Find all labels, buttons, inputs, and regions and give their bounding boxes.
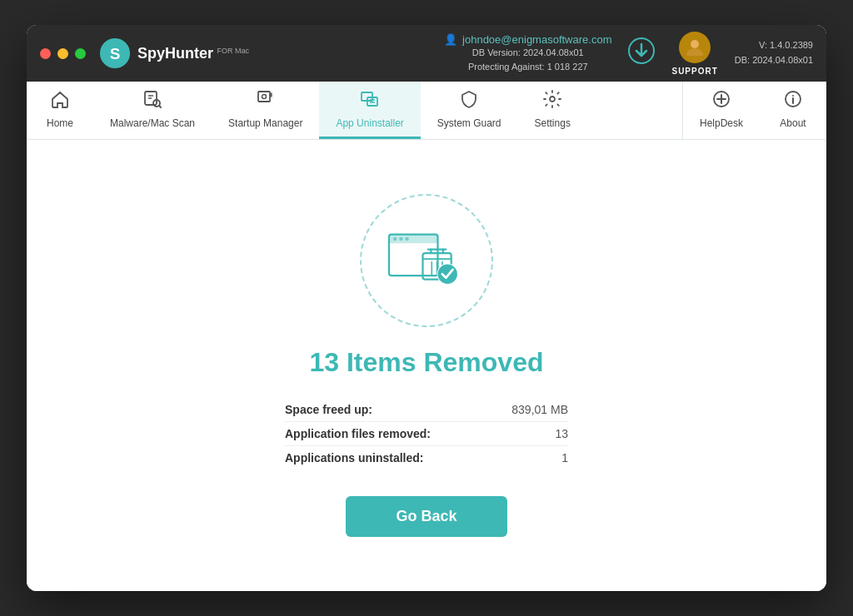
minimize-button[interactable] (57, 48, 68, 59)
nav-home-label: Home (47, 117, 73, 129)
nav-about[interactable]: About (760, 82, 826, 139)
svg-rect-9 (258, 92, 270, 102)
stat-row-apps: Applications uninstalled: 1 (285, 446, 568, 469)
header-right: SUPPORT V: 1.4.0.2389 DB: 2024.04.08x01 (628, 32, 813, 76)
svg-point-11 (271, 94, 272, 96)
main-content: 13 Items Removed Space freed up: 839,01 … (27, 140, 826, 591)
stat-row-files: Application files removed: 13 (285, 422, 568, 446)
stat-value-space: 839,01 MB (511, 403, 568, 416)
user-email: 👤 johndoe@enigmasoftware.com (444, 33, 611, 46)
home-icon (50, 89, 70, 114)
nav-spacer (587, 82, 682, 139)
nav-malware-label: Malware/Mac Scan (110, 117, 195, 129)
svg-point-22 (792, 95, 794, 97)
titlebar: S SpyHunter FOR Mac 👤 johndoe@enigmasoft… (27, 25, 826, 82)
nav-home[interactable]: Home (27, 82, 93, 139)
logo-icon: S (99, 37, 131, 69)
items-removed-title: 13 Items Removed (309, 347, 543, 378)
svg-point-10 (262, 95, 266, 99)
nav-startup-label: Startup Manager (228, 117, 302, 129)
support-button[interactable]: SUPPORT (671, 32, 717, 76)
support-icon (679, 32, 711, 63)
version-info: V: 1.4.0.2389 DB: 2024.04.08x01 (735, 38, 813, 67)
nav-settings-label: Settings (535, 117, 571, 129)
stat-label-files: Application files removed: (285, 427, 431, 440)
svg-point-37 (438, 265, 457, 284)
nav-app-uninstaller-label: App Uninstaller (336, 117, 403, 129)
nav-helpdesk-label: HelpDesk (700, 117, 743, 129)
svg-text:S: S (110, 45, 121, 62)
nav-about-label: About (780, 117, 806, 129)
nav-startup-manager[interactable]: Startup Manager (212, 82, 319, 139)
svg-point-27 (405, 237, 409, 241)
nav-malware-scan[interactable]: Malware/Mac Scan (93, 82, 212, 139)
svg-point-26 (399, 237, 403, 241)
user-icon: 👤 (444, 33, 457, 46)
stat-value-files: 13 (555, 427, 568, 440)
helpdesk-icon (711, 89, 731, 114)
close-button[interactable] (40, 48, 51, 59)
svg-line-6 (159, 106, 161, 107)
stats-table: Space freed up: 839,01 MB Application fi… (285, 398, 568, 469)
svg-point-25 (393, 237, 397, 241)
db-info: DB Version: 2024.04.08x01 Protecting Aga… (468, 46, 588, 73)
logo-text: SpyHunter FOR Mac (137, 45, 249, 62)
nav-app-uninstaller[interactable]: App Uninstaller (319, 82, 420, 139)
nav-system-guard[interactable]: System Guard (421, 82, 518, 139)
download-button[interactable] (628, 37, 655, 70)
malware-scan-icon (142, 89, 162, 114)
result-icon-container (360, 194, 493, 327)
nav-right: HelpDesk About (682, 82, 826, 139)
logo: S SpyHunter FOR Mac (99, 37, 249, 69)
nav-system-guard-label: System Guard (437, 117, 501, 129)
uninstall-result-illustration (381, 223, 472, 298)
stat-value-apps: 1 (561, 451, 568, 464)
app-window: S SpyHunter FOR Mac 👤 johndoe@enigmasoft… (27, 25, 826, 591)
nav-settings[interactable]: Settings (518, 82, 587, 139)
settings-icon (542, 89, 562, 114)
traffic-lights (40, 48, 86, 59)
startup-manager-icon (256, 89, 276, 114)
app-uninstaller-icon (360, 89, 380, 114)
navbar: Home Malware/Mac Scan (27, 82, 826, 140)
about-icon (783, 89, 803, 114)
go-back-button[interactable]: Go Back (346, 496, 506, 537)
maximize-button[interactable] (75, 48, 86, 59)
system-guard-icon (459, 89, 479, 114)
svg-point-16 (550, 97, 555, 102)
stat-label-space: Space freed up: (285, 403, 372, 416)
svg-point-3 (691, 40, 699, 48)
nav-helpdesk[interactable]: HelpDesk (683, 82, 760, 139)
header-center: 👤 johndoe@enigmasoftware.com DB Version:… (444, 33, 611, 73)
stat-label-apps: Applications uninstalled: (285, 451, 423, 464)
stat-row-space: Space freed up: 839,01 MB (285, 398, 568, 422)
